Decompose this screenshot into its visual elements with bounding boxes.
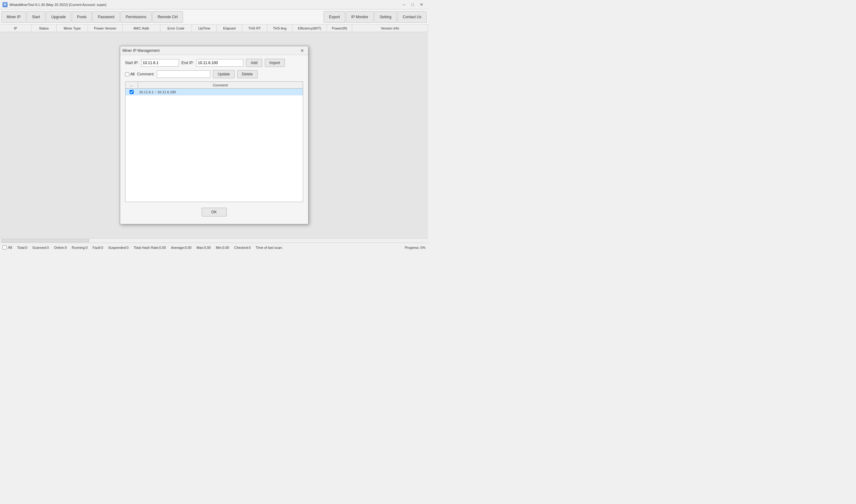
password-button[interactable]: Password [92, 11, 120, 23]
all-label: All [130, 72, 135, 76]
checked-status: Checked:0 [234, 246, 251, 250]
dialog-titlebar: Miner IP Management ✕ [120, 46, 308, 55]
col-mac-addr: MAC Addr [123, 24, 160, 32]
update-button[interactable]: Update [213, 70, 234, 78]
progress-status: Progress: 0% [405, 246, 425, 250]
col-miner-type: Miner Type [57, 24, 88, 32]
col-ths-avg: THS Avg [267, 24, 293, 32]
toolbar: Miner IP Start Upgrade Pools Password Pe… [0, 10, 428, 24]
last-scan-status: Time of last scan: [256, 246, 283, 250]
remote-ctrl-button[interactable]: Remote Ctrl [152, 11, 183, 23]
start-ip-label: Start IP: [125, 61, 139, 65]
col-elapsed: Elapsed [217, 24, 242, 32]
ip-row-range: 10.11.6.1 ~ 10.11.6.100 [138, 90, 303, 94]
ip-monitor-button[interactable]: IP Monitor [346, 11, 373, 23]
pools-button[interactable]: Pools [72, 11, 92, 23]
statusbar-all-label[interactable]: All [2, 246, 12, 250]
col-version-info: Version Info [352, 24, 428, 32]
ip-row-checkbox-cell [125, 90, 138, 94]
ok-button[interactable]: OK [202, 208, 227, 216]
export-button[interactable]: Export [324, 11, 345, 23]
total-status: Total:0 [17, 246, 27, 250]
minimize-button[interactable]: ─ [400, 2, 408, 8]
scrollbar-area [0, 238, 428, 242]
ip-list-row[interactable]: 10.11.6.1 ~ 10.11.6.100 [125, 89, 303, 95]
contact-us-button[interactable]: Contact Us [398, 11, 427, 23]
comment-row: All Comment: Update Delete [125, 70, 303, 78]
all-checkbox-label[interactable]: All [125, 72, 135, 76]
ip-range-row: Start IP: End IP: Add Import [125, 59, 303, 67]
col-ths-rt: THS RT [242, 24, 267, 32]
suspended-status: Suspended:0 [108, 246, 128, 250]
window-controls: ─ □ ✕ [400, 2, 425, 8]
col-ellipsis: ... [125, 82, 138, 88]
ip-list-body: 10.11.6.1 ~ 10.11.6.100 [125, 89, 303, 202]
col-status: Status [32, 24, 57, 32]
dialog-title: Miner IP Management [123, 48, 299, 53]
running-status: Running:0 [72, 246, 87, 250]
comment-input[interactable] [157, 70, 210, 78]
status-bar: All Total:0 Scanned:0 Online:0 Running:0… [0, 242, 428, 252]
statusbar-all-checkbox[interactable] [2, 246, 6, 250]
col-ip: IP [0, 24, 32, 32]
scanned-status: Scanned:0 [32, 246, 49, 250]
end-ip-label: End IP: [181, 61, 194, 65]
add-button[interactable]: Add [246, 59, 262, 67]
start-button[interactable]: Start [27, 11, 45, 23]
title-bar: W WhatsMinerTool 8.1.30 (May 20 2022) [C… [0, 0, 428, 10]
col-power-w: Power(W) [327, 24, 352, 32]
miner-ip-dialog: Miner IP Management ✕ Start IP: End IP: … [120, 46, 309, 224]
average-status: Average:0.00 [171, 246, 192, 250]
maximize-button[interactable]: □ [408, 2, 417, 8]
dialog-close-button[interactable]: ✕ [299, 48, 306, 54]
comment-label: Comment: [137, 72, 154, 76]
column-headers: IP Status Miner Type Power Version MAC A… [0, 24, 428, 32]
col-comment-header: Comment [138, 82, 303, 88]
col-uptime: UpTime [192, 24, 217, 32]
dialog-body: Start IP: End IP: Add Import All Comment… [120, 55, 308, 224]
min-status: Min:0.00 [216, 246, 229, 250]
col-error-code: Error Code [160, 24, 192, 32]
close-button[interactable]: ✕ [417, 2, 425, 8]
all-checkbox[interactable] [125, 72, 129, 76]
online-status: Online:0 [54, 246, 67, 250]
hash-rate-status: Total Hash Rate:0.00 [134, 246, 166, 250]
upgrade-button[interactable]: Upgrade [46, 11, 71, 23]
dialog-footer: OK [125, 205, 303, 220]
fault-status: Fault:0 [93, 246, 103, 250]
miner-ip-button[interactable]: Miner IP [1, 11, 26, 23]
col-efficiency: Efficiency(W/T) [293, 24, 327, 32]
modal-overlay: Miner IP Management ✕ Start IP: End IP: … [0, 32, 428, 238]
ip-row-checkbox[interactable] [129, 90, 134, 94]
ip-list-table: ... Comment 10.11.6.1 ~ 10.11.6.100 [125, 82, 303, 202]
statusbar-all-text: All [8, 246, 12, 250]
app-icon: W [2, 2, 7, 7]
delete-button[interactable]: Delete [237, 70, 258, 78]
end-ip-input[interactable] [196, 59, 243, 67]
permissions-button[interactable]: Permissions [120, 11, 152, 23]
col-power-version: Power Version [88, 24, 123, 32]
max-status: Max:0.00 [196, 246, 211, 250]
horizontal-scrollbar[interactable] [1, 239, 89, 242]
import-button[interactable]: Import [265, 59, 285, 67]
window-title: WhatsMinerTool 8.1.30 (May 20 2022) [Cur… [10, 3, 400, 6]
ip-list-header: ... Comment [125, 82, 303, 89]
setting-button[interactable]: Setting [374, 11, 397, 23]
start-ip-input[interactable] [141, 59, 179, 67]
